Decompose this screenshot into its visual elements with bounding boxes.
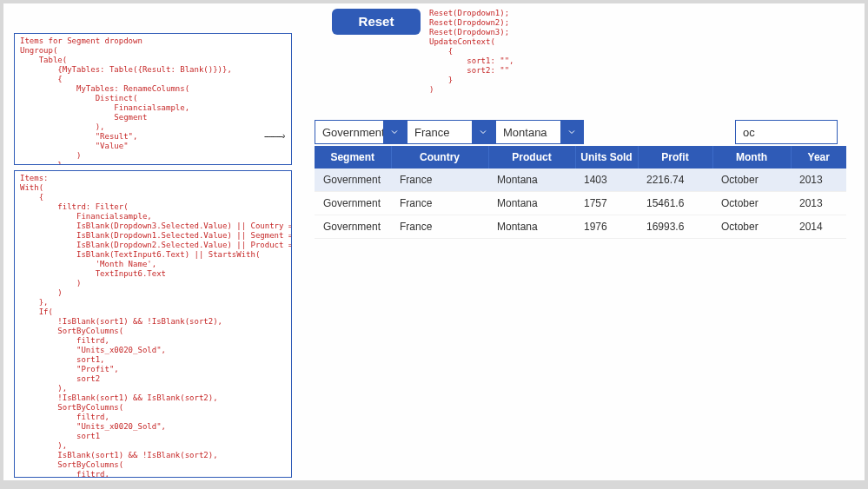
cell-month: October <box>712 215 791 239</box>
chevron-down-icon <box>383 121 406 143</box>
cell-profit: 2216.74 <box>638 169 712 192</box>
table-row[interactable]: Government France Montana 1403 2216.74 O… <box>315 169 846 192</box>
segment-dropdown[interactable]: Government <box>315 120 407 144</box>
gallery-items-code: Items: With( { filtrd: Filter( Financial… <box>14 170 292 478</box>
cell-segment: Government <box>315 192 391 215</box>
cell-profit: 15461.6 <box>638 192 712 215</box>
cell-units: 1757 <box>575 192 638 215</box>
cell-units: 1403 <box>575 169 638 192</box>
cell-country: France <box>391 215 488 239</box>
segment-dropdown-value: Government <box>315 121 383 143</box>
cell-year: 2014 <box>791 215 846 239</box>
cell-country: France <box>391 169 488 192</box>
country-dropdown[interactable]: France <box>407 120 495 144</box>
cell-month: October <box>712 192 791 215</box>
cell-profit: 16993.6 <box>638 215 712 239</box>
header-segment[interactable]: Segment <box>315 146 391 169</box>
table-row[interactable]: Government France Montana 1976 16993.6 O… <box>315 215 846 239</box>
chevron-down-icon <box>472 121 494 143</box>
cell-country: France <box>391 192 488 215</box>
reset-button[interactable]: Reset <box>332 9 421 35</box>
product-dropdown[interactable]: Montana <box>495 120 584 144</box>
cell-product: Montana <box>488 215 575 239</box>
segment-items-code: Items for Segment dropdown Ungroup( Tabl… <box>14 33 292 165</box>
connector-arrow: ---------› <box>264 131 284 141</box>
header-profit[interactable]: Profit <box>638 146 712 169</box>
app-canvas: Reset Reset(Dropdown1); Reset(Dropdown2)… <box>3 3 865 480</box>
header-year[interactable]: Year <box>791 146 846 169</box>
table-header-row: Segment Country Product Units Sold Profi… <box>315 146 846 169</box>
country-dropdown-value: France <box>407 121 472 143</box>
cell-year: 2013 <box>791 192 846 215</box>
chevron-down-icon <box>560 121 583 143</box>
cell-units: 1976 <box>575 215 638 239</box>
header-month[interactable]: Month <box>712 146 791 169</box>
cell-segment: Government <box>315 169 391 192</box>
header-product[interactable]: Product <box>488 146 575 169</box>
cell-year: 2013 <box>791 169 846 192</box>
header-country[interactable]: Country <box>391 146 488 169</box>
cell-segment: Government <box>315 215 391 239</box>
header-units[interactable]: Units Sold <box>575 146 638 169</box>
results-table: Segment Country Product Units Sold Profi… <box>315 146 846 239</box>
search-input[interactable] <box>735 120 838 144</box>
cell-product: Montana <box>488 169 575 192</box>
table-row[interactable]: Government France Montana 1757 15461.6 O… <box>315 192 846 215</box>
product-dropdown-value: Montana <box>496 121 560 143</box>
cell-month: October <box>712 169 791 192</box>
cell-product: Montana <box>488 192 575 215</box>
filter-dropdowns: Government France Montana <box>315 120 584 144</box>
reset-formula-code: Reset(Dropdown1); Reset(Dropdown2); Rese… <box>429 9 514 95</box>
